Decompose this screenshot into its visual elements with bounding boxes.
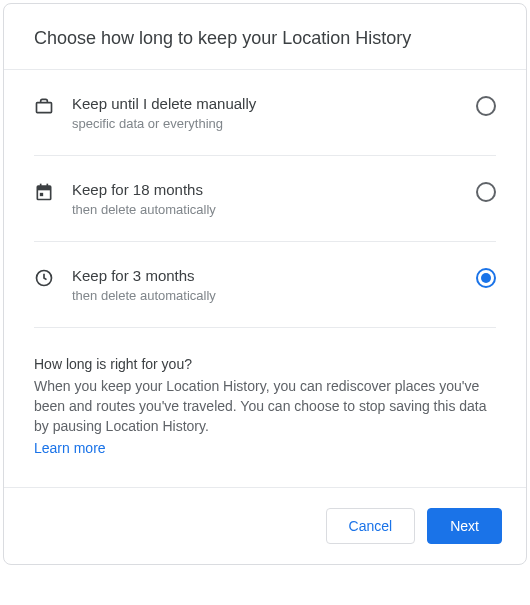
option-subtitle: specific data or everything [72, 116, 476, 131]
radio-button[interactable] [476, 96, 496, 116]
options-list: Keep until I delete manually specific da… [4, 70, 526, 328]
clock-icon [34, 268, 54, 288]
option-subtitle: then delete automatically [72, 202, 476, 217]
dialog-title: Choose how long to keep your Location Hi… [34, 28, 502, 49]
calendar-icon [34, 182, 54, 202]
option-subtitle: then delete automatically [72, 288, 476, 303]
dialog-footer: Cancel Next [4, 487, 526, 564]
cancel-button[interactable]: Cancel [326, 508, 416, 544]
svg-rect-4 [47, 184, 49, 187]
option-text: Keep until I delete manually specific da… [72, 94, 476, 131]
learn-more-link[interactable]: Learn more [34, 440, 106, 456]
svg-rect-0 [37, 103, 52, 113]
info-title: How long is right for you? [34, 356, 496, 372]
option-keep-manual[interactable]: Keep until I delete manually specific da… [34, 70, 496, 156]
option-keep-3-months[interactable]: Keep for 3 months then delete automatica… [34, 242, 496, 328]
briefcase-icon [34, 96, 54, 116]
dialog-header: Choose how long to keep your Location Hi… [4, 4, 526, 70]
svg-rect-5 [40, 193, 43, 196]
svg-rect-3 [40, 184, 42, 187]
option-title: Keep until I delete manually [72, 94, 476, 114]
radio-button[interactable] [476, 182, 496, 202]
svg-rect-2 [37, 186, 50, 190]
option-keep-18-months[interactable]: Keep for 18 months then delete automatic… [34, 156, 496, 242]
option-title: Keep for 18 months [72, 180, 476, 200]
radio-button[interactable] [476, 268, 496, 288]
option-title: Keep for 3 months [72, 266, 476, 286]
location-history-dialog: Choose how long to keep your Location Hi… [3, 3, 527, 565]
info-section: How long is right for you? When you keep… [4, 328, 526, 487]
info-body: When you keep your Location History, you… [34, 376, 496, 436]
next-button[interactable]: Next [427, 508, 502, 544]
option-text: Keep for 18 months then delete automatic… [72, 180, 476, 217]
option-text: Keep for 3 months then delete automatica… [72, 266, 476, 303]
